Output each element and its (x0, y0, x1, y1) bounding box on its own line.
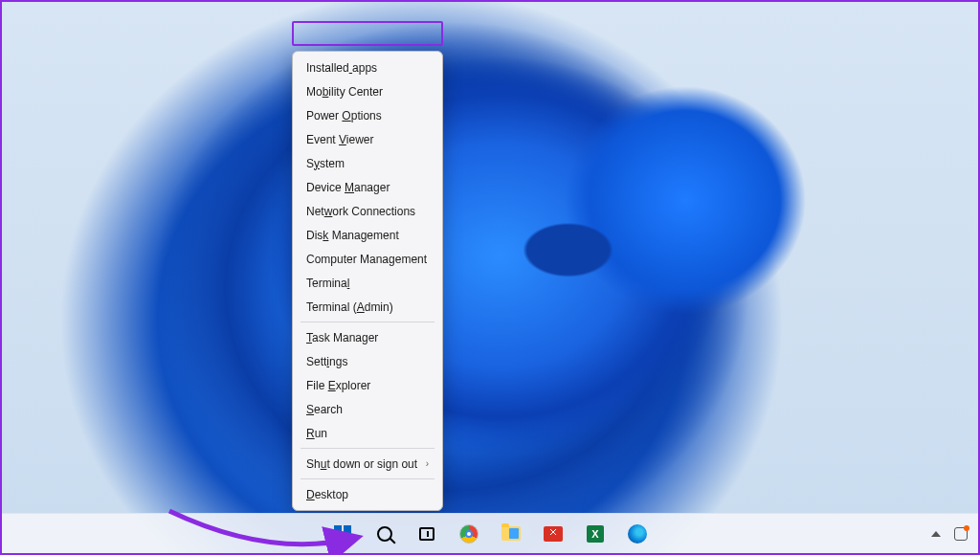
menu-item-label: Desktop (306, 488, 348, 501)
winx-context-menu: Installed appsMobility CenterPower Optio… (292, 51, 443, 511)
menu-item-task-manager[interactable]: Task Manager (293, 325, 442, 349)
chrome-icon[interactable] (452, 517, 486, 551)
menu-item-installed-apps[interactable]: Installed apps (293, 56, 442, 79)
mail-icon (544, 526, 563, 542)
menu-item-event-viewer[interactable]: Event Viewer (293, 127, 442, 151)
menu-separator (301, 448, 434, 449)
tray-overflow-icon[interactable] (926, 517, 946, 551)
task-view-button[interactable] (410, 517, 444, 551)
menu-item-label: Terminal (306, 277, 349, 290)
menu-item-file-explorer[interactable]: File Explorer (293, 373, 442, 397)
menu-item-label: Mobility Center (306, 85, 383, 99)
menu-item-computer-management[interactable]: Computer Management (293, 247, 442, 271)
menu-item-label: Disk Management (306, 229, 399, 242)
excel-icon[interactable]: X (578, 517, 612, 551)
taskbar: X (2, 513, 978, 553)
menu-item-label: Task Manager (306, 331, 378, 344)
search-button[interactable] (368, 517, 402, 551)
menu-item-label: Installed apps (306, 61, 377, 75)
start-button[interactable] (325, 517, 360, 551)
edge-icon (628, 524, 647, 544)
menu-item-mobility-center[interactable]: Mobility Center (293, 79, 442, 103)
menu-item-desktop[interactable]: Desktop (293, 482, 442, 506)
task-view-icon (419, 527, 434, 541)
menu-item-device-manager[interactable]: Device Manager (293, 175, 442, 199)
submenu-arrow-icon: › (426, 458, 429, 469)
menu-item-search[interactable]: Search (293, 397, 442, 421)
menu-item-label: Settings (306, 355, 347, 368)
menu-item-label: Terminal (Admin) (306, 300, 393, 314)
menu-item-run[interactable]: Run (293, 421, 442, 445)
desktop-wallpaper (2, 2, 978, 553)
file-explorer-icon[interactable] (494, 517, 528, 551)
start-icon (334, 525, 351, 543)
menu-item-label: Computer Management (306, 253, 427, 266)
menu-item-label: Network Connections (306, 205, 415, 218)
file-explorer-icon (501, 526, 521, 541)
menu-item-terminal-admin[interactable]: Terminal (Admin) (293, 295, 442, 319)
menu-item-label: System (306, 157, 345, 170)
edge-icon[interactable] (620, 517, 655, 551)
menu-item-label: Shut down or sign out (306, 457, 417, 471)
menu-item-terminal[interactable]: Terminal (293, 271, 442, 295)
menu-item-settings[interactable]: Settings (293, 349, 442, 373)
chrome-icon (459, 524, 479, 544)
menu-item-label: Event Viewer (306, 133, 374, 146)
menu-item-network-connections[interactable]: Network Connections (293, 199, 442, 223)
search-icon (377, 526, 392, 542)
menu-item-label: Run (306, 427, 327, 440)
mail-icon[interactable] (536, 517, 570, 551)
menu-item-label: Power Options (306, 109, 382, 122)
menu-item-label: File Explorer (306, 379, 370, 392)
menu-separator (301, 322, 434, 322)
excel-icon: X (587, 525, 604, 543)
menu-item-system[interactable]: System (293, 151, 442, 175)
notifications-icon[interactable] (951, 517, 970, 551)
menu-item-label: Search (306, 403, 343, 416)
menu-item-shutdown[interactable]: Shut down or sign out› (293, 452, 442, 476)
menu-item-disk-management[interactable]: Disk Management (293, 223, 442, 247)
menu-separator (301, 478, 434, 479)
menu-item-label: Device Manager (306, 181, 390, 194)
menu-item-power-options[interactable]: Power Options (293, 103, 442, 127)
